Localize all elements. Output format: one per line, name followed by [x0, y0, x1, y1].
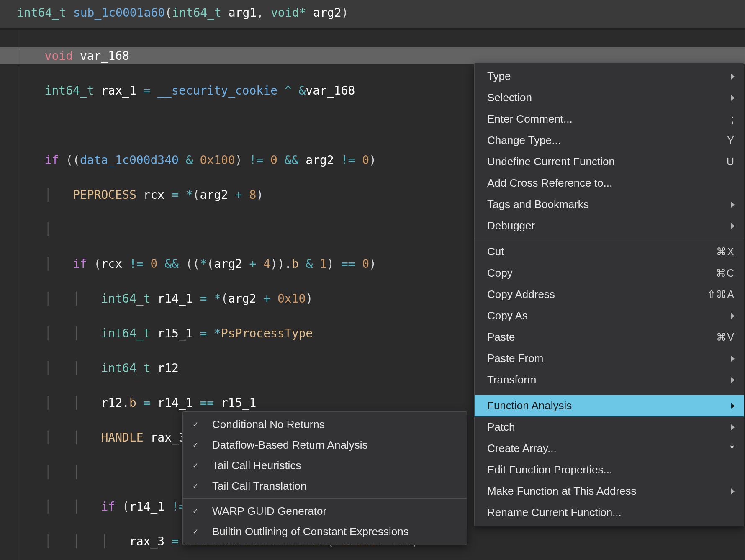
- submenu-arrow-icon: [731, 356, 735, 362]
- menu-item-type[interactable]: Type: [475, 66, 744, 87]
- submenu-arrow-icon: [731, 377, 735, 383]
- menu-separator: [475, 393, 744, 393]
- menu-item-label: Make Function at This Address: [487, 485, 723, 498]
- menu-item-label: Undefine Current Function: [487, 155, 718, 168]
- check-icon: ✓: [191, 482, 200, 491]
- submenu-arrow-icon: [731, 223, 735, 229]
- menu-item-label: Cut: [487, 245, 708, 258]
- return-type: int64_t: [17, 6, 66, 20]
- menu-item-paste-from[interactable]: Paste From: [475, 348, 744, 369]
- menu-item-label: Add Cross Reference to...: [487, 177, 735, 190]
- menu-item-label: Type: [487, 70, 723, 83]
- menu-item-undefine-current-function[interactable]: Undefine Current FunctionU: [475, 151, 744, 172]
- menu-item-copy-address[interactable]: Copy Address⇧⌘A: [475, 284, 744, 305]
- menu-item-copy[interactable]: Copy⌘C: [475, 262, 744, 284]
- menu-item-label: Paste: [487, 331, 708, 344]
- menu-item-edit-function-properties[interactable]: Edit Function Properties...: [475, 459, 744, 480]
- menu-item-selection[interactable]: Selection: [475, 87, 744, 108]
- context-menu[interactable]: TypeSelectionEnter Comment...;Change Typ…: [474, 63, 744, 526]
- check-icon: ✓: [191, 461, 200, 470]
- menu-shortcut: ⌘C: [716, 267, 735, 279]
- menu-shortcut: U: [727, 156, 735, 168]
- menu-item-label: Function Analysis: [487, 399, 723, 412]
- menu-item-label: Edit Function Properties...: [487, 463, 735, 476]
- menu-item-label: Paste From: [487, 352, 723, 365]
- submenu-item-label: WARP GUID Generator: [212, 505, 457, 518]
- submenu-arrow-icon: [731, 74, 735, 80]
- menu-separator: [475, 239, 744, 239]
- submenu-arrow-icon: [731, 313, 735, 319]
- menu-item-label: Patch: [487, 421, 723, 434]
- submenu-item-dataflow-based-return-analysis[interactable]: ✓Dataflow-Based Return Analysis: [183, 435, 467, 455]
- submenu-item-tail-call-translation[interactable]: ✓Tail Call Translation: [183, 476, 467, 496]
- menu-shortcut: ;: [731, 113, 735, 125]
- menu-item-transform[interactable]: Transform: [475, 369, 744, 390]
- menu-item-change-type[interactable]: Change Type...Y: [475, 130, 744, 151]
- menu-item-label: Selection: [487, 91, 723, 104]
- menu-item-make-function-at-this-address[interactable]: Make Function at This Address: [475, 480, 744, 502]
- menu-item-label: Enter Comment...: [487, 113, 723, 126]
- submenu-arrow-icon: [731, 488, 735, 494]
- check-icon: ✓: [191, 507, 200, 516]
- menu-item-label: Copy Address: [487, 288, 699, 301]
- submenu-item-label: Conditional No Returns: [212, 418, 457, 431]
- menu-item-rename-current-function[interactable]: Rename Current Function...: [475, 502, 744, 523]
- menu-item-label: Tags and Bookmarks: [487, 198, 723, 211]
- menu-shortcut: Y: [727, 134, 735, 146]
- menu-separator: [183, 498, 467, 499]
- code-line[interactable]: void var_168: [0, 47, 745, 64]
- menu-item-label: Create Array...: [487, 442, 722, 455]
- submenu-item-builtin-outlining-of-constant-expressions[interactable]: ✓Builtin Outlining of Constant Expressio…: [183, 521, 467, 542]
- menu-item-create-array[interactable]: Create Array...*: [475, 438, 744, 459]
- menu-item-copy-as[interactable]: Copy As: [475, 305, 744, 326]
- menu-item-patch[interactable]: Patch: [475, 416, 744, 438]
- menu-item-debugger[interactable]: Debugger: [475, 215, 744, 236]
- menu-item-paste[interactable]: Paste⌘V: [475, 326, 744, 348]
- menu-shortcut: ⌘X: [716, 246, 735, 258]
- menu-shortcut: ⌘V: [716, 331, 735, 343]
- menu-item-cut[interactable]: Cut⌘X: [475, 241, 744, 262]
- menu-item-label: Change Type...: [487, 134, 719, 147]
- submenu-item-warp-guid-generator[interactable]: ✓WARP GUID Generator: [183, 501, 467, 521]
- function-analysis-submenu[interactable]: ✓Conditional No Returns✓Dataflow-Based R…: [182, 411, 467, 545]
- check-icon: ✓: [191, 527, 200, 536]
- menu-shortcut: *: [730, 442, 735, 455]
- menu-shortcut: ⇧⌘A: [707, 288, 735, 301]
- submenu-item-label: Builtin Outlining of Constant Expression…: [212, 525, 457, 538]
- gutter: [0, 30, 18, 560]
- function-signature-bar: int64_t sub_1c0001a60(int64_t arg1, void…: [0, 0, 745, 28]
- menu-item-add-cross-reference-to[interactable]: Add Cross Reference to...: [475, 172, 744, 194]
- menu-item-label: Copy: [487, 267, 707, 280]
- menu-item-tags-and-bookmarks[interactable]: Tags and Bookmarks: [475, 194, 744, 215]
- menu-item-label: Transform: [487, 373, 723, 386]
- submenu-arrow-icon: [731, 403, 735, 409]
- submenu-arrow-icon: [731, 95, 735, 101]
- submenu-item-label: Tail Call Translation: [212, 480, 457, 493]
- submenu-item-label: Dataflow-Based Return Analysis: [212, 439, 457, 452]
- menu-item-label: Copy As: [487, 309, 723, 322]
- submenu-arrow-icon: [731, 202, 735, 208]
- menu-item-function-analysis[interactable]: Function Analysis: [475, 395, 744, 416]
- submenu-item-tail-call-heuristics[interactable]: ✓Tail Call Heuristics: [183, 455, 467, 476]
- menu-item-label: Rename Current Function...: [487, 506, 735, 519]
- menu-item-label: Debugger: [487, 219, 723, 232]
- check-icon: ✓: [191, 441, 200, 450]
- submenu-item-label: Tail Call Heuristics: [212, 459, 457, 472]
- submenu-item-conditional-no-returns[interactable]: ✓Conditional No Returns: [183, 414, 467, 435]
- function-name[interactable]: sub_1c0001a60: [73, 6, 165, 20]
- menu-item-enter-comment[interactable]: Enter Comment...;: [475, 108, 744, 130]
- submenu-arrow-icon: [731, 424, 735, 430]
- check-icon: ✓: [191, 420, 200, 429]
